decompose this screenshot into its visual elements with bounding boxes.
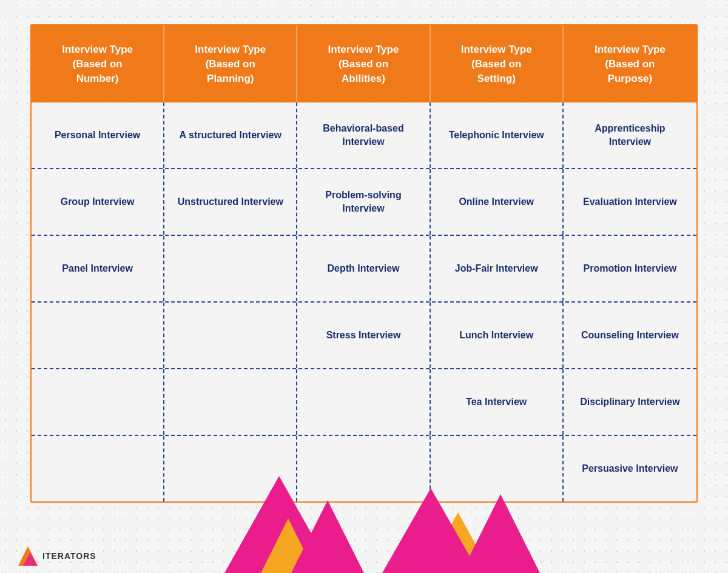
data-cell-r4-c0 — [32, 369, 164, 435]
brand-logo-icon — [18, 546, 38, 566]
table-row: Group InterviewUnstructured InterviewPro… — [32, 168, 696, 235]
data-cell-r1-c3: Online Interview — [431, 169, 564, 235]
data-cell-r4-c1 — [164, 369, 297, 435]
data-cell-r3-c0 — [32, 303, 164, 368]
data-cell-r1-c1: Unstructured Interview — [164, 169, 297, 235]
data-cell-r2-c3: Job-Fair Interview — [431, 236, 564, 301]
data-cell-r4-c3: Tea Interview — [431, 369, 564, 435]
interview-types-table: Interview Type(Based onNumber)Interview … — [30, 24, 698, 503]
data-cell-r0-c3: Telephonic Interview — [431, 102, 564, 168]
table-row: Personal InterviewA structured Interview… — [32, 102, 696, 168]
header-cell-col1: Interview Type(Based onNumber) — [32, 25, 164, 102]
table-row: Tea InterviewDisciplinary Interview — [32, 368, 696, 435]
brand-name-text: ITERATORS — [42, 551, 96, 561]
table-header: Interview Type(Based onNumber)Interview … — [32, 25, 696, 102]
table-body: Personal InterviewA structured Interview… — [32, 102, 696, 501]
data-cell-r2-c4: Promotion Interview — [564, 236, 696, 301]
data-cell-r1-c0: Group Interview — [32, 169, 164, 235]
bottom-decoration — [0, 476, 728, 573]
header-cell-col2: Interview Type(Based onPlanning) — [164, 25, 297, 102]
triangle-pink-medium — [291, 500, 364, 573]
data-cell-r0-c1: A structured Interview — [164, 102, 297, 168]
data-cell-r3-c2: Stress Interview — [297, 303, 430, 368]
page-container: Interview Type(Based onNumber)Interview … — [0, 0, 728, 503]
triangle-pink-far — [461, 494, 540, 573]
branding-footer: ITERATORS — [18, 546, 96, 566]
data-cell-r3-c1 — [164, 303, 297, 368]
header-cell-col5: Interview Type(Based onPurpose) — [564, 25, 696, 102]
data-cell-r0-c0: Personal Interview — [32, 102, 164, 168]
data-cell-r2-c1 — [164, 236, 297, 301]
data-cell-r4-c4: Disciplinary Interview — [564, 369, 696, 435]
data-cell-r4-c2 — [297, 369, 430, 435]
data-cell-r3-c3: Lunch Interview — [431, 303, 564, 368]
table-row: Panel InterviewDepth InterviewJob-Fair I… — [32, 235, 696, 301]
header-cell-col4: Interview Type(Based onSetting) — [431, 25, 564, 102]
data-cell-r1-c2: Problem-solving Interview — [297, 169, 430, 235]
table-row: Stress InterviewLunch InterviewCounselin… — [32, 301, 696, 368]
data-cell-r0-c2: Behavioral-based Interview — [297, 102, 430, 168]
data-cell-r3-c4: Counseling Interview — [564, 303, 696, 368]
data-cell-r0-c4: Apprenticeship Interview — [564, 102, 696, 168]
data-cell-r2-c2: Depth Interview — [297, 236, 430, 301]
data-cell-r1-c4: Evaluation Interview — [564, 169, 696, 235]
header-cell-col3: Interview Type(Based onAbilities) — [297, 25, 430, 102]
data-cell-r2-c0: Panel Interview — [32, 236, 164, 301]
